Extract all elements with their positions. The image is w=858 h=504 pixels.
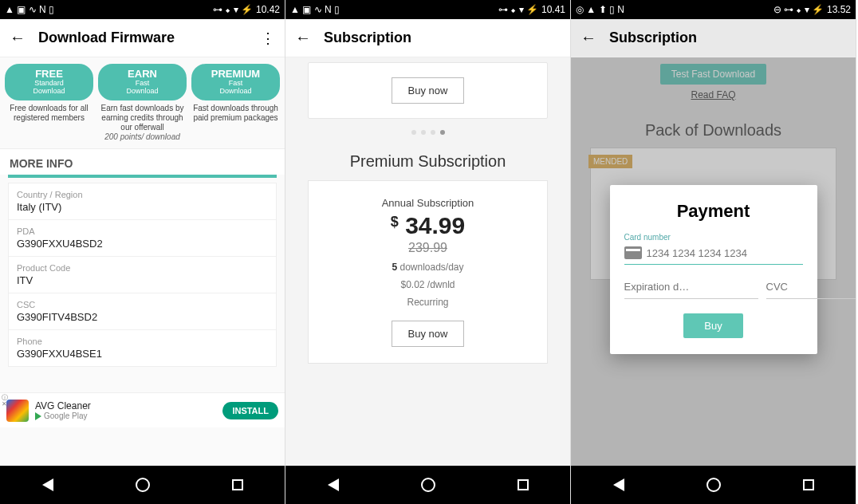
ad-install-button[interactable]: INSTALL xyxy=(222,402,278,419)
card-number-input[interactable] xyxy=(647,247,803,259)
modal-title: Payment xyxy=(624,201,803,222)
play-icon xyxy=(35,412,41,420)
tier-pills: FREE Standard Download EARN Fast Downloa… xyxy=(0,57,285,104)
nav-recent-icon[interactable] xyxy=(229,476,246,494)
info-productcode-label: Product Code xyxy=(17,263,268,273)
dot[interactable] xyxy=(411,130,416,135)
desc-earn-text: Earn fast downloads by earning credits t… xyxy=(101,104,184,132)
info-country-value: Italy (ITV) xyxy=(17,201,268,213)
info-country-label: Country / Region xyxy=(17,190,268,199)
screen-download-firmware: ▲ ▣ ∿ N ▯ ⊶ ⬥ ▾ ⚡10.42 ← Download Firmwa… xyxy=(0,0,285,504)
buy-button[interactable]: Buy xyxy=(683,313,742,338)
desc-earn: Earn fast downloads by earning credits t… xyxy=(98,104,187,142)
status-bar: ◎ ▲ ⬆ ▯ N ⊖ ⊶ ⬥ ▾ ⚡13.52 xyxy=(571,0,856,19)
back-icon[interactable]: ← xyxy=(295,29,311,47)
screen-subscription: ▲ ▣ ∿ N ▯ ⊶ ⬥ ▾ ⚡10.41 ← Subscription Bu… xyxy=(285,0,571,504)
ad-store-text: Google Play xyxy=(44,411,87,420)
nav-recent-icon[interactable] xyxy=(514,476,532,494)
expiration-input[interactable] xyxy=(624,281,758,293)
screen-payment: ◎ ▲ ⬆ ▯ N ⊖ ⊶ ⬥ ▾ ⚡13.52 ← Subscription … xyxy=(571,0,856,504)
pill-premium[interactable]: PREMIUM Fast Download xyxy=(191,64,280,100)
info-country: Country / Region Italy (ITV) xyxy=(9,183,276,220)
ad-app-icon xyxy=(6,400,29,422)
app-bar: ← Subscription xyxy=(571,19,856,57)
plan-price: $ 34.99 xyxy=(321,212,534,239)
top-card: Buy now xyxy=(308,62,548,119)
info-productcode-value: ITV xyxy=(17,274,268,286)
content[interactable]: Buy now Premium Subscription Annual Subs… xyxy=(285,57,570,466)
plan-name: Annual Subscription xyxy=(321,197,534,209)
card-icon xyxy=(624,246,642,259)
dot[interactable] xyxy=(421,130,426,135)
card-number-label: Card number xyxy=(624,233,803,242)
overflow-menu-icon[interactable]: ⋮ xyxy=(261,30,275,47)
carousel-dots xyxy=(285,130,570,135)
buy-now-button[interactable]: Buy now xyxy=(392,321,465,347)
nav-recent-icon[interactable] xyxy=(800,476,817,494)
info-csc-label: CSC xyxy=(17,300,268,309)
nav-back-icon[interactable] xyxy=(325,476,342,494)
nav-bar xyxy=(0,466,285,504)
info-productcode: Product Code ITV xyxy=(9,257,276,293)
desc-free: Free downloads for all registered member… xyxy=(5,104,93,142)
nav-home-icon[interactable] xyxy=(134,476,152,494)
desc-premium: Fast downloads through paid premium pack… xyxy=(191,104,280,142)
ad-title: AVG Cleaner xyxy=(35,400,91,411)
card-number-field[interactable] xyxy=(624,243,803,265)
app-bar: ← Subscription xyxy=(285,19,570,57)
status-icons-right: ⊶ ⬥ ▾ ⚡ xyxy=(213,4,253,15)
downloads-per-day: 5 downloads/day xyxy=(321,262,534,273)
nav-back-icon[interactable] xyxy=(610,476,628,494)
ad-store: Google Play xyxy=(35,411,91,420)
info-phone-value: G390FXXU4BSE1 xyxy=(17,348,268,360)
status-bar: ▲ ▣ ∿ N ▯ ⊶ ⬥ ▾ ⚡10.42 xyxy=(0,0,285,19)
price-card: Annual Subscription $ 34.99 239.99 5 dow… xyxy=(308,180,548,364)
downloads-label: downloads/day xyxy=(397,262,463,273)
nav-back-icon[interactable] xyxy=(39,476,57,494)
info-phone-label: Phone xyxy=(17,337,268,346)
cvc-field[interactable] xyxy=(766,276,856,299)
nav-home-icon[interactable] xyxy=(419,476,437,494)
info-csc: CSC G390FITV4BSD2 xyxy=(9,293,276,330)
app-bar: ← Download Firmware ⋮ xyxy=(0,19,285,57)
back-icon[interactable]: ← xyxy=(581,29,596,47)
pill-earn-title: EARN xyxy=(100,68,185,80)
dot-active[interactable] xyxy=(440,130,445,135)
payment-modal: Payment Card number Buy xyxy=(610,185,817,354)
pill-earn-sub2: Download xyxy=(100,88,185,96)
desc-earn-extra: 200 points/ download xyxy=(104,132,180,141)
ad-banner[interactable]: ⓘ✕ AVG Cleaner Google Play INSTALL xyxy=(0,392,285,427)
info-pda-label: PDA xyxy=(17,226,268,236)
more-info-header: MORE INFO xyxy=(0,148,285,175)
back-icon[interactable]: ← xyxy=(10,29,26,47)
info-pda-value: G390FXXU4BSD2 xyxy=(17,238,268,250)
pill-free[interactable]: FREE Standard Download xyxy=(5,64,93,100)
nav-home-icon[interactable] xyxy=(705,476,722,494)
currency: $ xyxy=(391,214,399,230)
status-time: 10.41 xyxy=(541,4,565,15)
pill-free-title: FREE xyxy=(6,68,92,80)
pill-premium-title: PREMIUM xyxy=(193,68,278,80)
pill-premium-sub2: Download xyxy=(193,88,278,96)
info-phone: Phone G390FXXU4BSE1 xyxy=(9,330,276,366)
content: Test Fast Download Read FAQ Pack of Down… xyxy=(571,57,856,466)
buy-now-button[interactable]: Buy now xyxy=(392,77,465,104)
cvc-input[interactable] xyxy=(766,281,856,293)
dot[interactable] xyxy=(431,130,435,135)
original-price: 239.99 xyxy=(321,241,534,255)
status-icons-right: ⊶ ⬥ ▾ ⚡ xyxy=(498,4,538,15)
ad-close-icon[interactable]: ⓘ✕ xyxy=(2,395,8,408)
ad-text: AVG Cleaner Google Play xyxy=(35,400,91,420)
info-csc-value: G390FITV4BSD2 xyxy=(17,311,268,323)
expiration-field[interactable] xyxy=(624,276,758,299)
status-icons-left: ▲ ▣ ∿ N ▯ xyxy=(290,4,340,15)
status-time: 13.52 xyxy=(827,4,851,15)
price-per-download: $0.02 /dwnld xyxy=(321,279,534,290)
pill-earn[interactable]: EARN Fast Download xyxy=(98,64,187,100)
info-list: Country / Region Italy (ITV) PDA G390FXX… xyxy=(8,183,277,367)
page-title: Download Firmware xyxy=(38,30,261,46)
nav-bar xyxy=(571,466,856,504)
pill-free-sub2: Download xyxy=(6,88,92,96)
status-icons-left: ◎ ▲ ⬆ ▯ N xyxy=(576,4,624,15)
recurring-label: Recurring xyxy=(321,297,534,308)
